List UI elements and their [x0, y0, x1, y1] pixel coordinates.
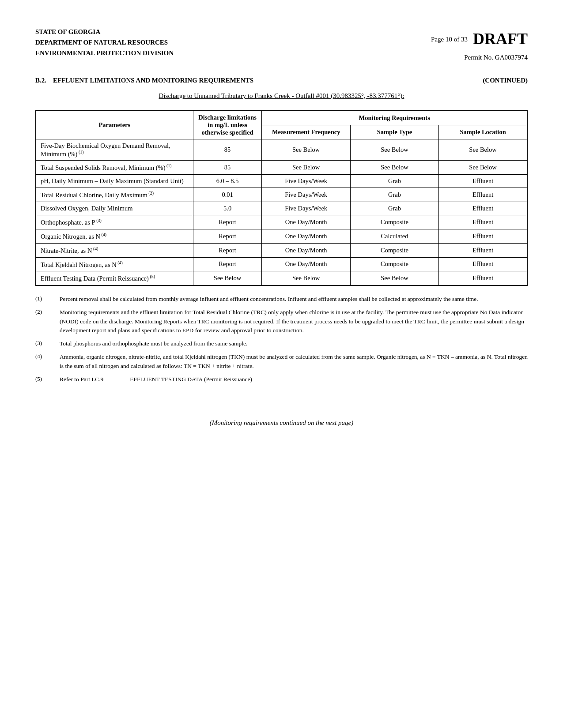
footnote-4-num: (4)	[35, 353, 60, 360]
section-number: B.2.	[35, 77, 46, 84]
footnote-1: (1) Percent removal shall be calculated …	[35, 295, 528, 304]
table-cell-type: Grab	[350, 175, 438, 188]
footnote-3: (3) Total phosphorus and orthophosphate …	[35, 339, 528, 348]
table-row: Dissolved Oxygen, Daily Minimum5.0Five D…	[36, 202, 527, 215]
table-row: pH, Daily Minimum – Daily Maximum (Stand…	[36, 175, 527, 188]
table-cell-type: Grab	[350, 188, 438, 202]
footnote-5-part1: Refer to Part I.C.9	[60, 375, 103, 384]
footnote-2-text: Monitoring requirements and the effluent…	[60, 308, 528, 335]
footnote-5-part2: EFFLUENT TESTING DATA (Permit Reissuance…	[130, 375, 252, 384]
page-info: Page 10 of 33	[431, 34, 468, 45]
footnote-1-text: Percent removal shall be calculated from…	[60, 295, 478, 304]
col-header-sample-type: Sample Type	[350, 125, 438, 139]
table-cell-type: Composite	[350, 243, 438, 257]
footnote-5-num: (5)	[35, 375, 60, 383]
table-cell-freq: See Below	[262, 271, 350, 285]
section-title: B.2. EFFLUENT LIMITATIONS AND MONITORING…	[35, 77, 528, 84]
col-header-discharge: Discharge limitations in mg/L unless oth…	[193, 111, 262, 139]
bottom-note: (Monitoring requirements continued on th…	[35, 419, 528, 427]
table-cell-freq: See Below	[262, 161, 350, 175]
footnote-5: (5) Refer to Part I.C.9 EFFLUENT TESTING…	[35, 375, 528, 384]
footnote-4: (4) Ammonia, organic nitrogen, nitrate-n…	[35, 353, 528, 371]
col-header-freq: Measurement Frequency	[262, 125, 350, 139]
table-cell-parameter: Organic Nitrogen, as N (4)	[36, 229, 193, 243]
footnote-5-text: Refer to Part I.C.9 EFFLUENT TESTING DAT…	[60, 375, 252, 384]
table-cell-discharge: 85	[193, 161, 262, 175]
page-header: STATE OF GEORGIA DEPARTMENT OF NATURAL R…	[35, 26, 528, 63]
table-cell-type: See Below	[350, 161, 438, 175]
table-cell-discharge: Report	[193, 215, 262, 229]
table-row: Effluent Testing Data (Permit Reissuance…	[36, 271, 527, 285]
table-cell-freq: One Day/Month	[262, 215, 350, 229]
table-cell-parameter: pH, Daily Minimum – Daily Maximum (Stand…	[36, 175, 193, 188]
table-cell-discharge: Report	[193, 243, 262, 257]
discharge-subtitle: Discharge to Unnamed Tributary to Franks…	[35, 92, 528, 100]
col-header-parameters: Parameters	[36, 111, 193, 139]
table-cell-type: Composite	[350, 215, 438, 229]
footnote-4-text: Ammonia, organic nitrogen, nitrate-nitri…	[60, 353, 528, 371]
table-cell-freq: See Below	[262, 139, 350, 161]
table-cell-discharge: 5.0	[193, 202, 262, 215]
table-cell-parameter: Orthophosphate, as P (3)	[36, 215, 193, 229]
table-cell-type: Calculated	[350, 229, 438, 243]
table-cell-location: Effluent	[439, 215, 527, 229]
section-title-text: EFFLUENT LIMITATIONS AND MONITORING REQU…	[53, 77, 253, 84]
footnote-3-num: (3)	[35, 339, 60, 347]
table-row: Orthophosphate, as P (3)ReportOne Day/Mo…	[36, 215, 527, 229]
table-cell-discharge: 0.01	[193, 188, 262, 202]
table-cell-location: Effluent	[439, 229, 527, 243]
table-cell-location: Effluent	[439, 243, 527, 257]
header-left: STATE OF GEORGIA DEPARTMENT OF NATURAL R…	[35, 26, 174, 58]
table-cell-parameter: Dissolved Oxygen, Daily Minimum	[36, 202, 193, 215]
table-cell-freq: One Day/Month	[262, 229, 350, 243]
table-cell-freq: Five Days/Week	[262, 175, 350, 188]
table-cell-discharge: 6.0 – 8.5	[193, 175, 262, 188]
footnote-1-num: (1)	[35, 295, 60, 302]
table-cell-freq: One Day/Month	[262, 243, 350, 257]
header-line3: ENVIRONMENTAL PROTECTION DIVISION	[35, 48, 174, 58]
table-cell-location: Effluent	[439, 188, 527, 202]
header-right: Page 10 of 33 DRAFT Permit No. GA0037974	[431, 26, 528, 63]
table-cell-parameter: Effluent Testing Data (Permit Reissuance…	[36, 271, 193, 285]
table-cell-location: Effluent	[439, 271, 527, 285]
footnote-2: (2) Monitoring requirements and the effl…	[35, 308, 528, 335]
table-cell-parameter: Total Kjeldahl Nitrogen, as N (4)	[36, 257, 193, 271]
page-draft-line: Page 10 of 33 DRAFT	[431, 26, 528, 52]
col-header-sample-location: Sample Location	[439, 125, 527, 139]
monitoring-table: Parameters Discharge limitations in mg/L…	[35, 110, 528, 286]
col-header-monitoring: Monitoring Requirements	[262, 111, 527, 125]
table-header-row-1: Parameters Discharge limitations in mg/L…	[36, 111, 527, 125]
table-row: Total Suspended Solids Removal, Minimum …	[36, 161, 527, 175]
table-row: Total Kjeldahl Nitrogen, as N (4)ReportO…	[36, 257, 527, 271]
table-row: Organic Nitrogen, as N (4)ReportOne Day/…	[36, 229, 527, 243]
table-cell-parameter: Total Residual Chlorine, Daily Maximum (…	[36, 188, 193, 202]
table-cell-discharge: Report	[193, 229, 262, 243]
footnote-2-num: (2)	[35, 308, 60, 315]
table-row: Five-Day Biochemical Oxygen Demand Remov…	[36, 139, 527, 161]
section-title-left: B.2. EFFLUENT LIMITATIONS AND MONITORING…	[35, 77, 253, 84]
footnotes-section: (1) Percent removal shall be calculated …	[35, 295, 528, 384]
table-cell-parameter: Total Suspended Solids Removal, Minimum …	[36, 161, 193, 175]
table-cell-freq: Five Days/Week	[262, 202, 350, 215]
table-cell-location: Effluent	[439, 175, 527, 188]
table-cell-freq: Five Days/Week	[262, 188, 350, 202]
table-cell-location: See Below	[439, 139, 527, 161]
table-cell-discharge: See Below	[193, 271, 262, 285]
draft-label: DRAFT	[473, 26, 528, 52]
table-cell-type: Composite	[350, 257, 438, 271]
table-cell-type: See Below	[350, 271, 438, 285]
header-line2: DEPARTMENT OF NATURAL RESOURCES	[35, 37, 174, 48]
footnote-3-text: Total phosphorus and orthophosphate must…	[60, 339, 247, 348]
table-cell-parameter: Five-Day Biochemical Oxygen Demand Remov…	[36, 139, 193, 161]
header-line1: STATE OF GEORGIA	[35, 26, 174, 37]
table-cell-location: Effluent	[439, 257, 527, 271]
table-cell-location: Effluent	[439, 202, 527, 215]
permit-info: Permit No. GA0037974	[431, 52, 528, 63]
table-row: Nitrate-Nitrite, as N (4)ReportOne Day/M…	[36, 243, 527, 257]
section-continued: (CONTINUED)	[483, 77, 528, 84]
table-cell-freq: One Day/Month	[262, 257, 350, 271]
table-row: Total Residual Chlorine, Daily Maximum (…	[36, 188, 527, 202]
table-cell-parameter: Nitrate-Nitrite, as N (4)	[36, 243, 193, 257]
table-cell-discharge: 85	[193, 139, 262, 161]
table-cell-discharge: Report	[193, 257, 262, 271]
